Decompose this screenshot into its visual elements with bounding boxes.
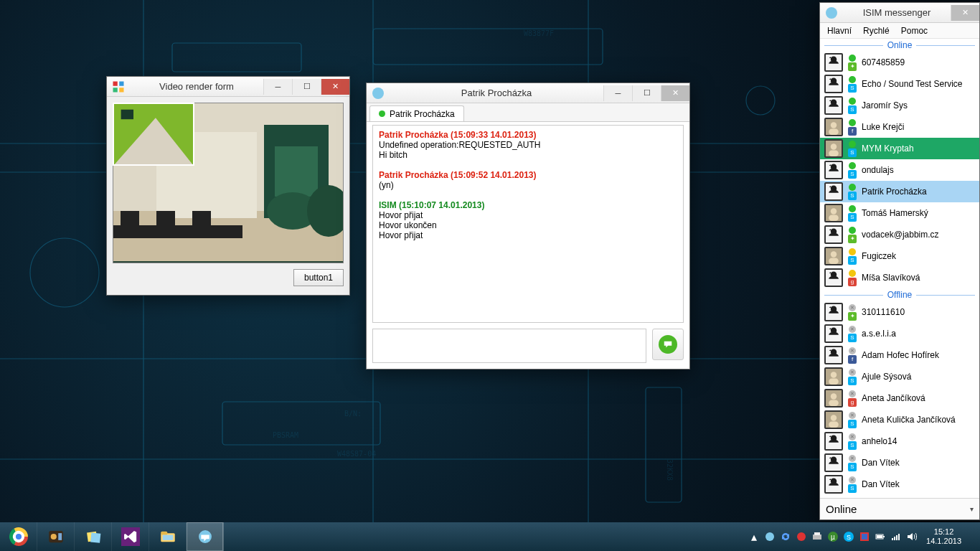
tray-sync-icon[interactable] — [780, 531, 791, 542]
contact-row[interactable]: SEcho / Sound Test Service — [820, 73, 979, 95]
menu-help[interactable]: Pomoc — [901, 26, 928, 36]
contact-row[interactable]: SPatrik Procházka — [820, 181, 979, 202]
contact-row[interactable]: SFugiczek — [820, 245, 979, 267]
svg-rect-68 — [829, 422, 839, 428]
tray-show-hidden-icon[interactable]: ▴ — [748, 531, 760, 542]
contact-row[interactable]: SAjule Sýsová — [820, 366, 979, 387]
contact-row[interactable]: SDan Vítek — [820, 452, 979, 474]
contact-row[interactable]: ✦310111610 — [820, 301, 979, 323]
contact-row[interactable]: SJaromír Sys — [820, 95, 979, 116]
tray-network-icon[interactable] — [890, 531, 902, 542]
contact-avatar — [824, 118, 843, 136]
svg-rect-98 — [883, 536, 885, 537]
tray-volume-icon[interactable] — [906, 531, 918, 542]
contact-presence: S — [847, 184, 857, 200]
svg-point-64 — [831, 393, 837, 399]
contact-row[interactable]: ✦607485859 — [820, 52, 979, 73]
maximize-button[interactable]: ☐ — [632, 85, 661, 101]
messenger-titlebar[interactable]: ISIM messenger ✕ — [820, 3, 979, 23]
tray-printer-icon[interactable] — [811, 531, 823, 542]
presence-dot-icon — [849, 248, 856, 255]
own-status-selector[interactable]: Online ▾ — [820, 498, 979, 519]
chevron-down-icon: ▾ — [970, 505, 974, 513]
svg-point-76 — [15, 534, 21, 540]
svg-rect-103 — [898, 534, 900, 540]
contact-row[interactable]: fLuke Krejči — [820, 116, 979, 138]
protocol-badge-icon: S — [848, 256, 857, 265]
contact-row[interactable]: SDan Vítek — [820, 474, 979, 495]
taskbar-explorer[interactable] — [149, 522, 187, 551]
menu-quick[interactable]: Rychlé — [863, 26, 890, 36]
contact-list[interactable]: Online✦607485859SEcho / Sound Test Servi… — [820, 39, 979, 498]
contact-row[interactable]: gMíša Slavíková — [820, 267, 979, 288]
chat-app-icon — [371, 86, 385, 100]
minimize-button[interactable]: ─ — [263, 79, 292, 95]
svg-point-87 — [765, 532, 774, 541]
tray-battery-icon[interactable] — [875, 531, 886, 542]
tray-security-icon[interactable] — [859, 531, 870, 542]
chat-log[interactable]: Patrik Procházka (15:09:33 14.01.2013)Un… — [372, 125, 684, 323]
chat-input[interactable] — [372, 329, 646, 363]
contact-avatar — [824, 161, 843, 179]
menu-main[interactable]: Hlavní — [827, 26, 852, 36]
send-button[interactable] — [652, 329, 684, 360]
close-button[interactable]: ✕ — [951, 5, 979, 21]
tray-utorrent-icon[interactable]: µ — [827, 531, 839, 542]
close-button[interactable]: ✕ — [661, 85, 689, 101]
chat-titlebar[interactable]: Patrik Procházka ─ ☐ ✕ — [367, 83, 689, 103]
taskbar-sticky-notes[interactable] — [75, 522, 112, 551]
contact-row[interactable]: gAneta Jančíková — [820, 387, 979, 409]
taskbar-clock[interactable]: 15:12 14.1.2013 — [922, 527, 966, 546]
contact-name: Jaromír Sys — [862, 100, 908, 110]
maximize-button[interactable]: ☐ — [292, 79, 321, 95]
contact-row[interactable]: SAneta Kulička Jančíková — [820, 409, 979, 430]
contact-row[interactable]: Sa.s.e.l.i.a — [820, 323, 979, 344]
contact-avatar — [824, 268, 843, 287]
minimize-button[interactable]: ─ — [603, 85, 632, 101]
contact-name: Dan Vítek — [862, 458, 900, 468]
taskbar-media-app[interactable] — [37, 522, 75, 551]
presence-dot-icon — [849, 326, 856, 333]
svg-rect-81 — [90, 532, 100, 542]
contact-presence: g — [847, 270, 857, 286]
presence-dot-icon — [849, 119, 856, 126]
protocol-badge-icon: S — [848, 170, 857, 179]
contact-name: Adam Hofec Hofírek — [862, 350, 939, 360]
contact-presence: f — [847, 347, 857, 364]
own-status-label: Online — [826, 503, 857, 515]
presence-dot-icon — [849, 455, 856, 462]
contact-name: Dan Vítek — [862, 479, 900, 489]
contact-row[interactable]: SMYM Kryptah — [820, 138, 979, 159]
contact-row[interactable]: Sanhelo14 — [820, 430, 979, 452]
taskbar-isim-messenger[interactable] — [187, 522, 224, 551]
tray-red-app-icon[interactable] — [796, 531, 807, 542]
taskbar-visual-studio[interactable] — [112, 522, 149, 551]
svg-text:µ: µ — [831, 533, 835, 541]
contact-row[interactable]: fAdam Hofec Hofírek — [820, 344, 979, 366]
svg-text:32KX8: 32KX8 — [666, 459, 674, 481]
contact-presence: ✦ — [847, 55, 857, 71]
contact-name: Ajule Sýsová — [862, 372, 911, 382]
contact-name: Míša Slavíková — [862, 273, 920, 283]
contact-avatar — [824, 475, 843, 494]
contact-name: Aneta Kulička Jančíková — [862, 415, 956, 425]
chat-message-header: Patrik Procházka (15:09:33 14.01.2013) — [379, 130, 677, 140]
chat-message-line: Hovor ukončen — [379, 220, 677, 230]
contact-row[interactable]: ✦vodacek@jabbim.cz — [820, 224, 979, 245]
svg-point-36 — [372, 88, 384, 99]
chat-message-line: Hovor přijat — [379, 230, 677, 240]
contact-avatar — [824, 182, 843, 201]
video-titlebar[interactable]: Video render form ─ ☐ ✕ — [107, 77, 349, 97]
close-button[interactable]: ✕ — [321, 79, 349, 95]
contact-row[interactable]: Sondulajs — [820, 159, 979, 181]
taskbar-chrome[interactable] — [0, 522, 37, 551]
protocol-badge-icon: S — [848, 334, 857, 342]
taskbar: ▴ µ S 15:12 14.1.2013 — [0, 522, 980, 551]
tray-skype-icon[interactable]: S — [843, 531, 854, 542]
contact-name: 310111610 — [862, 307, 905, 317]
contact-row[interactable]: STomáš Hamerský — [820, 202, 979, 224]
button1[interactable]: button1 — [293, 269, 344, 286]
tray-chat-icon[interactable] — [764, 531, 776, 542]
protocol-badge-icon: S — [848, 484, 857, 493]
chat-tab[interactable]: Patrik Procházka — [369, 105, 464, 121]
